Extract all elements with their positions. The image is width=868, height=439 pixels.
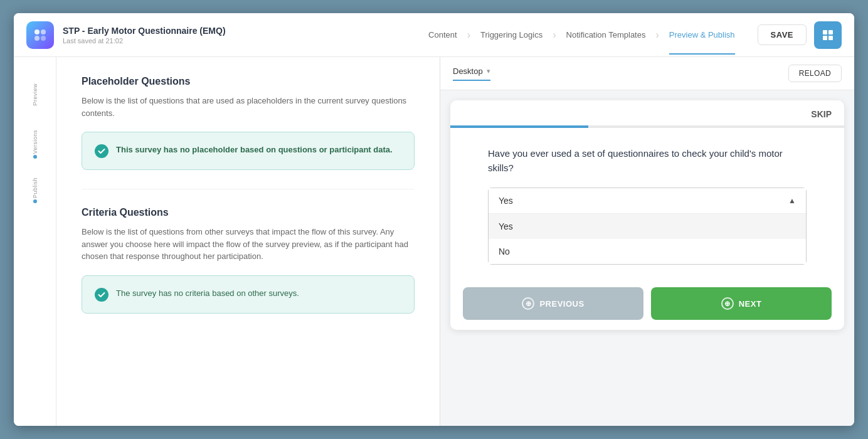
sidebar-item-preview[interactable]: Preview	[14, 70, 56, 116]
sidebar-item-versions[interactable]: Versions	[14, 116, 56, 164]
right-panel: Desktop ▾ RELOAD SKIP Have you ever used…	[440, 57, 854, 426]
svg-point-1	[41, 29, 46, 34]
placeholder-info-box: This survey has no placeholder based on …	[82, 132, 415, 170]
skip-button[interactable]: SKIP	[811, 109, 832, 119]
grid-button[interactable]	[814, 21, 842, 49]
placeholder-info-text: This survey has no placeholder based on …	[116, 144, 393, 156]
section-divider	[82, 189, 415, 189]
next-button[interactable]: ⊕ NEXT	[651, 287, 832, 320]
versions-tab-label: Versions	[32, 130, 38, 154]
preview-toolbar: Desktop ▾ RELOAD	[440, 57, 854, 90]
left-panel: Placeholder Questions Below is the list …	[56, 57, 440, 426]
svg-rect-5	[828, 30, 833, 34]
main-nav: Content › Triggering Logics › Notificati…	[418, 29, 744, 41]
criteria-info-plain: The survey has no criteria based on othe…	[116, 288, 299, 298]
survey-question: Have you ever used a set of questionnair…	[488, 147, 807, 175]
check-icon	[95, 144, 109, 158]
placeholder-section: Placeholder Questions Below is the list …	[82, 76, 415, 170]
svg-point-3	[41, 36, 46, 41]
survey-preview: SKIP Have you ever used a set of questio…	[450, 100, 844, 330]
dropdown-selected[interactable]: Yes ▲	[489, 188, 806, 213]
svg-rect-6	[823, 36, 827, 40]
criteria-info-text: The survey has no criteria based on othe…	[116, 287, 299, 300]
survey-footer: ⊕ PREVIOUS ⊕ NEXT	[450, 277, 844, 330]
app-header: STP - Early Motor Questionnaire (EMQ) La…	[14, 13, 854, 57]
dropdown-option-yes[interactable]: Yes	[489, 214, 806, 239]
save-button[interactable]: SAVE	[758, 24, 807, 45]
header-title-block: STP - Early Motor Questionnaire (EMQ) La…	[63, 26, 226, 45]
previous-button[interactable]: ⊕ PREVIOUS	[463, 287, 643, 320]
dropdown-selected-text: Yes	[499, 196, 513, 206]
app-logo	[26, 21, 54, 49]
criteria-title: Criteria Questions	[82, 207, 415, 218]
svg-point-0	[34, 29, 40, 34]
nav-notification-templates[interactable]: Notification Templates	[556, 30, 656, 40]
nav-triggering-logics[interactable]: Triggering Logics	[470, 30, 553, 40]
svg-point-2	[34, 36, 40, 41]
criteria-section: Criteria Questions Below is the list of …	[82, 207, 415, 314]
survey-dropdown[interactable]: Yes ▲ Yes No	[488, 188, 807, 265]
sidebar-item-publish[interactable]: Publish	[14, 164, 56, 208]
save-status: Last saved at 21:02	[63, 37, 226, 45]
svg-rect-4	[823, 30, 827, 34]
versions-dot	[33, 155, 37, 159]
nav-preview-publish[interactable]: Preview & Publish	[659, 30, 745, 40]
next-icon: ⊕	[721, 297, 734, 310]
publish-dot	[33, 199, 37, 203]
prev-icon: ⊕	[522, 297, 534, 310]
chevron-down-icon: ▾	[487, 67, 490, 75]
side-tabs: Preview Versions Publish	[14, 57, 56, 426]
dropdown-options: Yes No	[489, 213, 806, 264]
survey-header: SKIP	[450, 100, 844, 125]
view-selector[interactable]: Desktop ▾	[453, 66, 490, 81]
placeholder-title: Placeholder Questions	[82, 76, 415, 87]
criteria-desc: Below is the list of questions from othe…	[82, 226, 415, 263]
prev-label: PREVIOUS	[539, 299, 584, 309]
survey-body: Have you ever used a set of questionnair…	[450, 128, 844, 277]
criteria-info-box: The survey has no criteria based on othe…	[82, 275, 415, 314]
placeholder-info-bold: This survey has no placeholder based on …	[116, 145, 393, 154]
dropdown-option-no[interactable]: No	[489, 239, 806, 264]
nav-content[interactable]: Content	[418, 30, 467, 40]
publish-tab-label: Publish	[32, 177, 38, 198]
svg-rect-7	[828, 36, 833, 40]
criteria-check-icon	[95, 288, 109, 302]
next-label: NEXT	[739, 299, 762, 309]
placeholder-desc: Below is the list of questions that are …	[82, 95, 415, 119]
survey-preview-wrapper: SKIP Have you ever used a set of questio…	[440, 90, 854, 426]
preview-tab-label: Preview	[32, 83, 38, 106]
reload-button[interactable]: RELOAD	[788, 65, 842, 82]
dropdown-arrow-icon: ▲	[788, 196, 796, 205]
main-content: Preview Versions Publish Placeholder Que…	[14, 57, 854, 426]
view-label: Desktop	[453, 66, 483, 76]
project-title: STP - Early Motor Questionnaire (EMQ)	[63, 26, 226, 36]
